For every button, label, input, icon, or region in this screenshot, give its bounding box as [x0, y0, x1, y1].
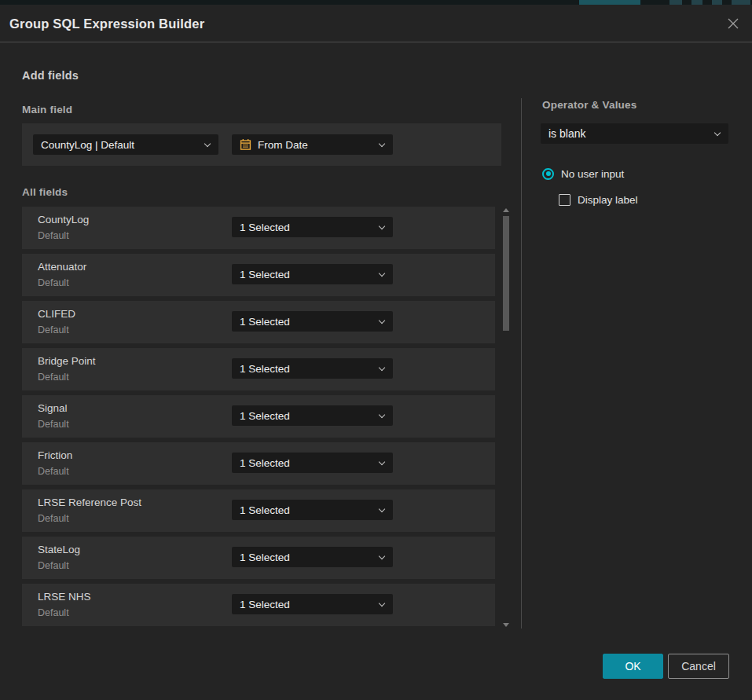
field-name: CLIFED — [38, 308, 75, 320]
dialog-footer: OK Cancel — [0, 637, 752, 700]
chevron-down-icon — [379, 223, 385, 229]
close-icon — [727, 17, 739, 30]
chevron-down-icon — [379, 317, 385, 324]
ok-button[interactable]: OK — [603, 654, 663, 679]
field-values-select-value: 1 Selected — [240, 552, 290, 563]
field-row: CountyLog Default 1 Selected — [22, 207, 495, 249]
scroll-up-arrow-icon[interactable] — [503, 208, 509, 212]
radio-selected-icon[interactable] — [542, 168, 554, 180]
field-values-select[interactable]: 1 Selected — [232, 311, 393, 332]
display-label-label[interactable]: Display label — [578, 194, 638, 206]
main-field-select-value: From Date — [258, 139, 308, 151]
field-source: Default — [38, 372, 69, 383]
field-source: Default — [38, 466, 69, 477]
field-values-select[interactable]: 1 Selected — [232, 594, 393, 614]
cancel-button[interactable]: Cancel — [668, 654, 729, 679]
no-user-input-option[interactable]: No user input — [542, 167, 624, 180]
field-values-select-value: 1 Selected — [240, 504, 290, 516]
chevron-down-icon — [204, 141, 211, 147]
field-source: Default — [38, 607, 69, 618]
chevron-down-icon — [714, 130, 721, 136]
all-fields-list: CountyLog Default 1 Selected Attenuator … — [22, 207, 495, 629]
field-values-select[interactable]: 1 Selected — [232, 405, 393, 426]
chevron-down-icon — [379, 141, 385, 147]
operator-select[interactable]: is blank — [541, 123, 728, 144]
dialog-title: Group SQL Expression Builder — [9, 5, 204, 42]
field-values-select[interactable]: 1 Selected — [232, 547, 393, 567]
field-values-select[interactable]: 1 Selected — [232, 453, 393, 473]
operator-values-label: Operator & Values — [542, 99, 636, 111]
field-row: Bridge Point Default 1 Selected — [22, 348, 495, 390]
main-field-panel: CountyLog | Default From Date — [22, 123, 501, 166]
field-values-select[interactable]: 1 Selected — [232, 358, 393, 379]
checkbox-unchecked-icon[interactable] — [559, 194, 570, 206]
screen: Group SQL Expression Builder Add fields … — [0, 0, 752, 700]
dialog-header: Group SQL Expression Builder — [0, 5, 752, 42]
field-row: StateLog Default 1 Selected — [22, 537, 495, 579]
scroll-down-arrow-icon[interactable] — [503, 623, 509, 627]
main-layer-select[interactable]: CountyLog | Default — [33, 134, 218, 155]
field-name: Friction — [38, 449, 72, 461]
chevron-down-icon — [379, 270, 385, 277]
field-source: Default — [38, 560, 69, 571]
field-values-select[interactable]: 1 Selected — [232, 500, 393, 520]
operator-select-value: is blank — [548, 127, 585, 140]
chevron-down-icon — [379, 553, 385, 559]
field-name: Signal — [38, 402, 68, 414]
field-row: Attenuator Default 1 Selected — [22, 254, 495, 296]
chevron-down-icon — [379, 506, 385, 512]
field-name: Bridge Point — [38, 355, 96, 367]
field-name: StateLog — [38, 544, 80, 555]
field-values-select-value: 1 Selected — [240, 363, 290, 375]
scrollbar-thumb[interactable] — [503, 216, 509, 331]
all-fields-label: All fields — [22, 186, 68, 198]
main-field-select[interactable]: From Date — [232, 134, 393, 155]
main-layer-select-value: CountyLog | Default — [41, 139, 134, 151]
calendar-date-icon — [240, 138, 251, 151]
chevron-down-icon — [379, 365, 385, 371]
panel-divider — [521, 98, 522, 629]
field-name: LRSE NHS — [38, 591, 91, 603]
field-name: CountyLog — [38, 214, 89, 225]
no-user-input-label[interactable]: No user input — [561, 168, 624, 180]
field-values-select[interactable]: 1 Selected — [232, 264, 393, 284]
chevron-down-icon — [379, 600, 385, 607]
field-source: Default — [38, 513, 69, 524]
fields-scrollbar[interactable] — [502, 207, 510, 629]
field-values-select[interactable]: 1 Selected — [232, 217, 393, 237]
chevron-down-icon — [379, 412, 385, 418]
add-fields-heading: Add fields — [22, 69, 79, 82]
field-row: LRSE Reference Post Default 1 Selected — [22, 489, 495, 532]
field-source: Default — [38, 277, 69, 288]
field-values-select-value: 1 Selected — [240, 410, 290, 422]
field-row: Signal Default 1 Selected — [22, 395, 495, 438]
field-values-select-value: 1 Selected — [240, 457, 290, 469]
field-values-select-value: 1 Selected — [240, 316, 290, 328]
field-name: LRSE Reference Post — [38, 497, 141, 508]
field-row: Friction Default 1 Selected — [22, 442, 495, 485]
field-values-select-value: 1 Selected — [240, 269, 290, 280]
display-label-option[interactable]: Display label — [559, 193, 638, 206]
field-source: Default — [38, 419, 69, 430]
field-source: Default — [38, 324, 69, 335]
chevron-down-icon — [379, 459, 385, 465]
field-values-select-value: 1 Selected — [240, 599, 290, 610]
sql-expression-builder-dialog: Group SQL Expression Builder Add fields … — [0, 5, 752, 700]
close-button[interactable] — [721, 11, 746, 36]
field-row: LRSE NHS Default 1 Selected — [22, 584, 495, 626]
field-row: CLIFED Default 1 Selected — [22, 301, 495, 343]
main-field-label: Main field — [22, 104, 72, 115]
field-name: Attenuator — [38, 261, 86, 273]
field-values-select-value: 1 Selected — [240, 222, 290, 233]
field-source: Default — [38, 230, 69, 241]
